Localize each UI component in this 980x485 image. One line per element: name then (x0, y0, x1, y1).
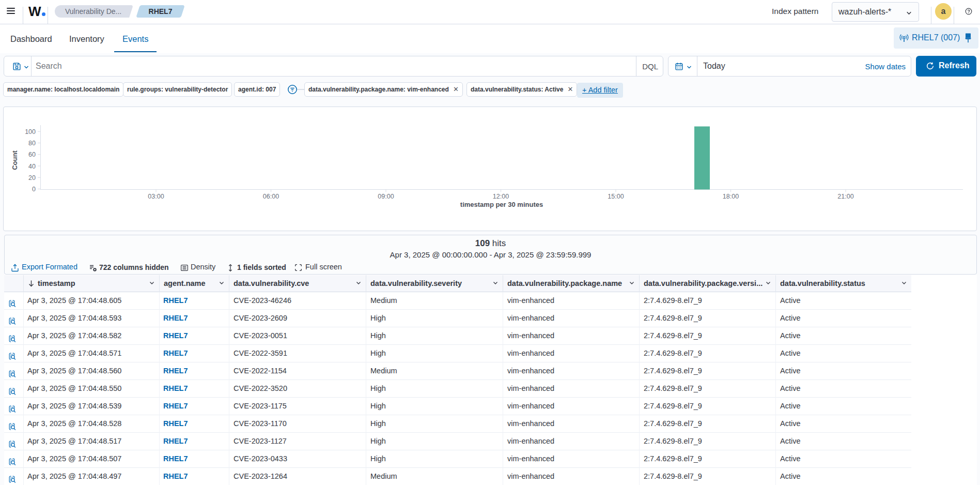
svg-text:09:00: 09:00 (378, 193, 394, 200)
svg-text:20: 20 (28, 174, 36, 181)
svg-text:18:00: 18:00 (723, 193, 739, 200)
svg-text:Count: Count (11, 150, 19, 170)
svg-text:0: 0 (32, 186, 36, 193)
svg-text:03:00: 03:00 (148, 193, 164, 200)
svg-text:80: 80 (28, 140, 36, 147)
svg-text:60: 60 (28, 151, 36, 158)
svg-text:21:00: 21:00 (837, 193, 853, 200)
svg-text:15:00: 15:00 (608, 193, 624, 200)
svg-text:100: 100 (25, 128, 36, 135)
svg-text:06:00: 06:00 (263, 193, 279, 200)
svg-text:12:00: 12:00 (493, 193, 509, 200)
svg-text:timestamp per 30 minutes: timestamp per 30 minutes (460, 201, 543, 208)
svg-text:40: 40 (28, 163, 36, 170)
